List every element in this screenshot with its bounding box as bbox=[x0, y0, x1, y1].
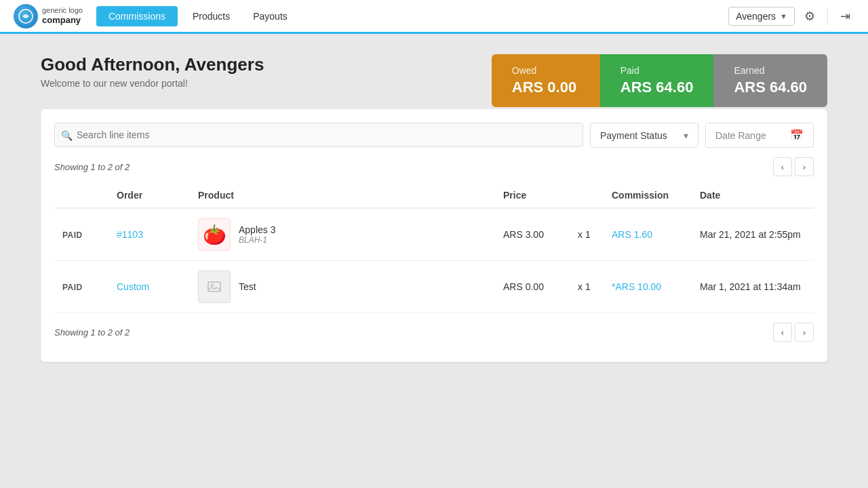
showing-text-bottom: Showing 1 to 2 of 2 bbox=[54, 327, 130, 338]
col-header-order: Order bbox=[108, 183, 190, 208]
logo-svg bbox=[18, 9, 33, 24]
payouts-nav-button[interactable]: Payouts bbox=[245, 6, 296, 26]
earned-card: Earned ARS 64.60 bbox=[713, 54, 827, 107]
order-link[interactable]: #1103 bbox=[117, 229, 143, 240]
line-items-table: Order Product Price Commission Date PAID… bbox=[54, 183, 814, 313]
search-wrap: 🔍 bbox=[54, 123, 583, 148]
date-range-filter[interactable]: Date Range 📅 bbox=[705, 123, 814, 148]
greeting-title: Good Afternoon, Avengers bbox=[41, 54, 264, 75]
row-status: PAID bbox=[54, 208, 108, 261]
col-header-qty bbox=[570, 183, 604, 208]
vendor-selector[interactable]: Avengers ▼ bbox=[728, 7, 795, 26]
next-page-button-bottom[interactable]: › bbox=[795, 323, 814, 342]
paid-card: Paid ARS 64.60 bbox=[600, 54, 714, 107]
greeting-section: Good Afternoon, Avengers Welcome to our … bbox=[41, 54, 264, 89]
row-commission: ARS 1.60 bbox=[604, 208, 692, 261]
vendor-name: Avengers bbox=[736, 11, 776, 22]
col-header-status bbox=[54, 183, 108, 208]
earned-label: Earned bbox=[734, 65, 807, 76]
prev-page-button[interactable]: ‹ bbox=[773, 157, 792, 176]
owed-amount: ARS 0.00 bbox=[512, 79, 580, 96]
table-body: PAID#1103🍅Apples 3BLAH-1ARS 3.00x 1ARS 1… bbox=[54, 208, 814, 313]
row-price: ARS 0.00 bbox=[495, 261, 570, 313]
row-order: #1103 bbox=[108, 208, 190, 261]
logout-icon: ⇥ bbox=[840, 9, 850, 23]
col-header-date: Date bbox=[692, 183, 814, 208]
row-price: ARS 3.00 bbox=[495, 208, 570, 261]
table-row: PAIDCustomTestARS 0.00x 1*ARS 10.00Mar 1… bbox=[54, 261, 814, 313]
showing-text-top: Showing 1 to 2 of 2 bbox=[54, 162, 130, 172]
product-info: Test bbox=[239, 281, 256, 292]
showing-row-bottom: Showing 1 to 2 of 2 ‹ › bbox=[54, 323, 814, 342]
logo-text: generic logo company bbox=[42, 6, 83, 26]
navbar: generic logo company Commissions Product… bbox=[0, 0, 868, 34]
logo: generic logo company bbox=[14, 4, 83, 28]
prev-page-button-bottom[interactable]: ‹ bbox=[773, 323, 792, 342]
commission-link[interactable]: *ARS 10.00 bbox=[612, 281, 661, 292]
commission-link[interactable]: ARS 1.60 bbox=[612, 229, 652, 240]
gear-icon: ⚙ bbox=[804, 9, 815, 23]
row-product: Test bbox=[190, 261, 495, 313]
search-input[interactable] bbox=[54, 123, 583, 147]
paid-label: Paid bbox=[620, 65, 694, 76]
payment-status-label: Payment Status bbox=[600, 130, 667, 141]
nav-divider bbox=[827, 8, 828, 24]
toolbar: 🔍 Payment Status ▾ Date Range 📅 bbox=[54, 123, 814, 148]
row-qty: x 1 bbox=[570, 261, 604, 313]
col-header-commission: Commission bbox=[604, 183, 692, 208]
earned-amount: ARS 64.60 bbox=[734, 79, 807, 96]
col-header-price: Price bbox=[495, 183, 570, 208]
table-header: Order Product Price Commission Date bbox=[54, 183, 814, 208]
logout-button[interactable]: ⇥ bbox=[836, 6, 854, 26]
logo-icon bbox=[14, 4, 38, 28]
payment-status-filter[interactable]: Payment Status ▾ bbox=[590, 123, 698, 148]
svg-point-2 bbox=[211, 284, 214, 287]
next-page-button[interactable]: › bbox=[795, 157, 814, 176]
row-commission: *ARS 10.00 bbox=[604, 261, 692, 313]
product-name: Apples 3 bbox=[239, 224, 275, 235]
nav-right: Avengers ▼ ⚙ ⇥ bbox=[728, 6, 854, 26]
row-date: Mar 1, 2021 at 11:34am bbox=[692, 261, 814, 313]
pagination-bottom: ‹ › bbox=[773, 323, 814, 342]
table-row: PAID#1103🍅Apples 3BLAH-1ARS 3.00x 1ARS 1… bbox=[54, 208, 814, 261]
order-link[interactable]: Custom bbox=[117, 281, 149, 292]
row-date: Mar 21, 2021 at 2:55pm bbox=[692, 208, 814, 261]
chevron-down-icon: ▾ bbox=[684, 130, 688, 141]
owed-label: Owed bbox=[512, 65, 580, 76]
product-sku: BLAH-1 bbox=[239, 235, 275, 245]
paid-amount: ARS 64.60 bbox=[620, 79, 694, 96]
product-thumbnail: 🍅 bbox=[198, 218, 231, 251]
product-name: Test bbox=[239, 281, 256, 292]
product-info: Apples 3BLAH-1 bbox=[239, 224, 275, 245]
row-qty: x 1 bbox=[570, 208, 604, 261]
search-icon: 🔍 bbox=[61, 130, 73, 141]
svg-rect-1 bbox=[208, 282, 220, 291]
greeting-subtitle: Welcome to our new vendor portal! bbox=[41, 78, 264, 89]
status-badge: PAID bbox=[62, 230, 83, 240]
main-content: Good Afternoon, Avengers Welcome to our … bbox=[0, 34, 868, 382]
commissions-nav-button[interactable]: Commissions bbox=[96, 6, 178, 26]
col-header-product: Product bbox=[190, 183, 495, 208]
showing-row-top: Showing 1 to 2 of 2 ‹ › bbox=[54, 157, 814, 176]
settings-button[interactable]: ⚙ bbox=[800, 6, 819, 26]
calendar-icon: 📅 bbox=[790, 129, 804, 142]
products-nav-button[interactable]: Products bbox=[184, 6, 238, 26]
summary-cards: Owed ARS 0.00 Paid ARS 64.60 Earned ARS … bbox=[492, 54, 827, 107]
row-product: 🍅Apples 3BLAH-1 bbox=[190, 208, 495, 261]
status-badge: PAID bbox=[62, 283, 83, 292]
chevron-down-icon: ▼ bbox=[780, 12, 787, 20]
table-card: 🔍 Payment Status ▾ Date Range 📅 Showing … bbox=[41, 109, 827, 362]
owed-card: Owed ARS 0.00 bbox=[492, 54, 600, 107]
row-order: Custom bbox=[108, 261, 190, 313]
pagination-top: ‹ › bbox=[773, 157, 814, 176]
date-range-label: Date Range bbox=[715, 130, 766, 141]
row-status: PAID bbox=[54, 261, 108, 313]
product-thumbnail-placeholder bbox=[198, 270, 231, 303]
